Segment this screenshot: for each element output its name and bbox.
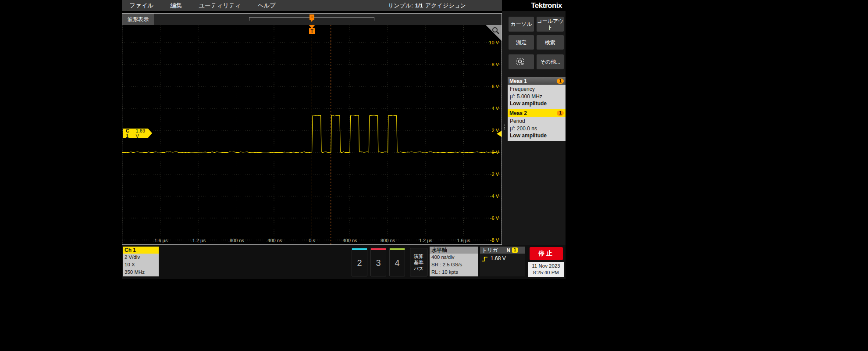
waveform-plot[interactable]: 10 V8 V6 V4 V2 V0 V-2 V-4 V-6 V-8 V-1.6 …: [122, 25, 502, 244]
y-axis-label: 6 V: [491, 84, 499, 89]
channel1-badge-value: 1.69 V: [136, 128, 146, 139]
time-text: 8:25:40 PM: [528, 269, 564, 276]
menu-bar: ファイル 編集 ユーティリティ ヘルプ サンプル: 1/1 アクイジション: [122, 0, 502, 11]
channel1-scale: 2 V/div: [125, 254, 157, 261]
trigger-panel-header: トリガ N 1: [480, 247, 525, 254]
meas1-header: Meas 1 1: [508, 77, 566, 85]
channel1-panel-header: Ch 1: [123, 247, 159, 254]
meas2-mean: µ': 200.0 ns: [510, 125, 563, 133]
acquisition-status-suffix: アクイジション: [425, 2, 466, 10]
trigger-title: トリガ: [482, 247, 498, 254]
callout-button[interactable]: コールアウト: [537, 17, 564, 32]
x-axis-label: -1.2 µs: [191, 238, 206, 243]
channel1-bandwidth: 350 MHz: [125, 269, 157, 276]
record-length: RL : 10 kpts: [431, 269, 476, 276]
search-button[interactable]: 検索: [537, 35, 564, 50]
trigger-position-marker[interactable]: T: [309, 14, 314, 20]
datetime-panel: 11 Nov 2023 8:25:40 PM: [528, 262, 564, 277]
measurement-badge-1[interactable]: Meas 1 1 Frequency µ': 5.000 MHz Low amp…: [508, 77, 566, 109]
x-axis-label: 1.2 µs: [419, 238, 433, 243]
y-axis-label: -8 V: [490, 237, 499, 243]
acquisition-status-value: 1/1: [415, 2, 423, 9]
sample-rate: SR : 2.5 GS/s: [431, 261, 476, 269]
zoom-area-button[interactable]: [509, 54, 534, 69]
menu-file[interactable]: ファイル: [129, 2, 153, 10]
channel1-panel[interactable]: Ch 1 2 V/div 10 X 350 MHz: [123, 247, 159, 276]
measure-button[interactable]: 測定: [509, 35, 534, 50]
brand-area: Tektronix: [502, 0, 566, 11]
channel3-label: 3: [371, 258, 386, 268]
tektronix-logo: Tektronix: [531, 1, 562, 10]
stop-button[interactable]: 停止: [530, 247, 563, 260]
waveform-trace: [122, 115, 499, 153]
meas1-status: Low amplitude: [510, 100, 563, 107]
waveform-window: 波形表示 T 10 V8 V6 V4 V2 V0 V-2 V-4 V-6 V-8…: [122, 13, 502, 245]
meas2-source-badge: 1: [557, 111, 564, 116]
meas1-source-badge: 1: [557, 79, 564, 84]
channel4-label: 4: [390, 258, 405, 268]
channel3-color-strip: [371, 248, 386, 250]
meas2-header: Meas 2 1: [508, 109, 566, 117]
menu-help[interactable]: ヘルプ: [258, 2, 276, 10]
meas1-name: Frequency: [510, 86, 563, 93]
acquisition-status: サンプル: 1/1 アクイジション: [388, 0, 466, 11]
y-axis-label: -6 V: [490, 215, 499, 221]
menu-utility[interactable]: ユーティリティ: [199, 2, 241, 10]
graticule[interactable]: 10 V8 V6 V4 V2 V0 V-2 V-4 V-6 V-8 V-1.6 …: [122, 25, 502, 244]
bus-label: バス: [414, 265, 424, 272]
ref-label: 基準: [414, 259, 423, 265]
meas2-title: Meas 2: [509, 110, 527, 116]
y-axis-label: 4 V: [491, 106, 499, 111]
y-axis-label: -4 V: [490, 193, 499, 199]
tab-waveform-view[interactable]: 波形表示: [122, 14, 154, 25]
meas2-status: Low amplitude: [510, 132, 563, 140]
right-panel-background: [502, 11, 566, 279]
channel2-label: 2: [352, 258, 367, 268]
trigger-source-badge: 1: [512, 247, 518, 253]
zoom-corner-button[interactable]: [486, 25, 502, 41]
acquisition-status-prefix: サンプル:: [388, 2, 413, 10]
magnifier-icon: [491, 26, 500, 35]
meas1-body: Frequency µ': 5.000 MHz Low amplitude: [508, 85, 566, 109]
measurement-badge-2[interactable]: Meas 2 1 Period µ': 200.0 ns Low amplitu…: [508, 109, 566, 141]
date-text: 11 Nov 2023: [528, 263, 564, 269]
meas2-body: Period µ': 200.0 ns Low amplitude: [508, 117, 566, 141]
math-label: 演算: [414, 253, 423, 259]
trigger-flag-label: T: [310, 29, 313, 34]
math-ref-bus-button[interactable]: 演算 基準 バス: [410, 248, 427, 276]
rising-edge-icon: [482, 255, 488, 262]
zoom-area-icon: [516, 57, 526, 66]
channel2-color-strip: [352, 248, 367, 250]
waveform-window-header: 波形表示 T: [122, 14, 502, 25]
x-axis-label: 400 ns: [342, 238, 357, 243]
trigger-mode: N: [507, 247, 510, 253]
more-button[interactable]: その他...: [537, 54, 564, 69]
trigger-flag-arrow[interactable]: [309, 25, 315, 29]
menu-edit[interactable]: 編集: [170, 2, 182, 10]
y-axis-label: 2 V: [491, 128, 499, 133]
channel1-badge-name: C 1: [126, 128, 134, 139]
x-axis-label: 800 ns: [381, 238, 395, 243]
channel4-color-strip: [390, 248, 405, 250]
horizontal-scale: 400 ns/div: [431, 254, 476, 261]
channel4-button[interactable]: 4: [389, 248, 405, 276]
y-axis-label: -2 V: [490, 172, 499, 177]
channel3-button[interactable]: 3: [370, 248, 386, 276]
trigger-panel[interactable]: トリガ N 1 1.68 V: [480, 247, 525, 276]
trigger-level-value: 1.68 V: [491, 255, 506, 261]
oscilloscope-app: ファイル 編集 ユーティリティ ヘルプ サンプル: 1/1 アクイジション Te…: [122, 0, 566, 351]
horizontal-panel-body: 400 ns/div SR : 2.5 GS/s RL : 10 kpts: [430, 254, 478, 276]
x-axis-label: 1.6 µs: [457, 238, 470, 243]
channel1-attenuation: 10 X: [125, 261, 157, 269]
channel1-level-badge[interactable]: C 1 1.69 V: [123, 129, 152, 138]
panel-drag-handle[interactable]: ⋮: [502, 124, 506, 130]
horizontal-panel-header: 水平軸: [430, 247, 478, 254]
channel1-panel-body: 2 V/div 10 X 350 MHz: [123, 254, 159, 276]
meas1-mean: µ': 5.000 MHz: [510, 93, 563, 100]
cursor-button[interactable]: カーソル: [509, 17, 534, 32]
channel2-button[interactable]: 2: [352, 248, 367, 276]
meas1-title: Meas 1: [509, 78, 527, 84]
trigger-panel-body: 1.68 V: [480, 254, 525, 276]
horizontal-panel[interactable]: 水平軸 400 ns/div SR : 2.5 GS/s RL : 10 kpt…: [430, 247, 478, 276]
meas2-name: Period: [510, 118, 563, 125]
